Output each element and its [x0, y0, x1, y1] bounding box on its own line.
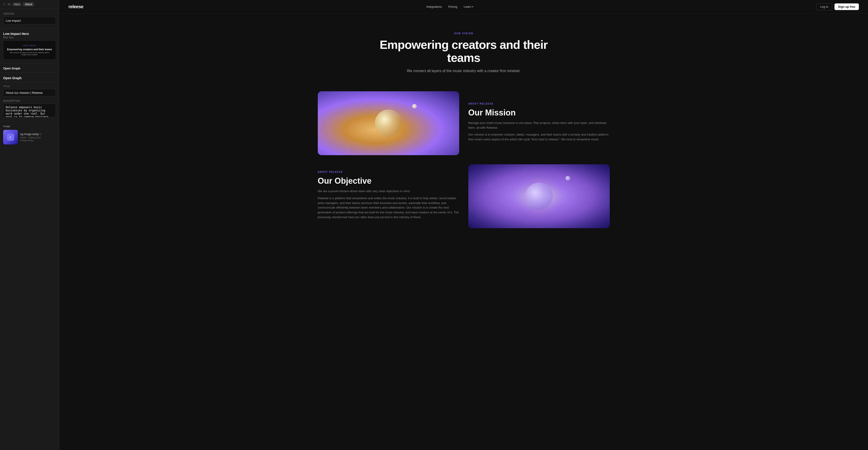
objective-image: [468, 164, 610, 228]
mission-text: ABOUT RELEESE Our Mission Manage your en…: [468, 91, 610, 155]
nav-links: Integrations Pricing Learn ▾: [426, 5, 473, 8]
image-details: 34KB · 4096x2304 · image/webp: [20, 136, 56, 142]
mission-desc2: Our mission is to empower creators, labe…: [468, 132, 610, 142]
top-nav: releese Integrations Pricing Learn ▾ Log…: [59, 0, 868, 14]
image-thumbnail: r: [3, 130, 18, 145]
sphere-small-2: [565, 176, 570, 180]
section-title: Low Impact Hero: [3, 32, 56, 36]
image-row: r og-image.webp ⎘ 34KB · 4096x2304 · ima…: [3, 130, 56, 145]
low-impact-section: Low Impact Hero Rich Text OUR VISION Emp…: [0, 28, 59, 63]
nav-learn[interactable]: Learn ▾: [464, 5, 473, 8]
preview-card: OUR VISION Empowering creators and their…: [3, 41, 56, 60]
signup-button[interactable]: Sign up free: [834, 3, 859, 10]
sphere-1: [375, 110, 402, 137]
hero-title: Empowering creators and their teams: [373, 38, 555, 64]
sphere-small-1: [412, 104, 417, 109]
releese-thumb-logo: r: [7, 133, 14, 141]
breadcrumb: ⠿ 01 Hero About: [0, 0, 59, 9]
hero-subtitle: We connect all layers of the music indus…: [395, 69, 532, 73]
image-meta: og-image.webp ⎘ 34KB · 4096x2304 · image…: [20, 132, 56, 142]
breadcrumb-about[interactable]: About: [23, 2, 34, 6]
image-filename: og-image.webp ⎘: [20, 132, 56, 136]
left-panel: ⠿ 01 Hero About Version Low Impact Hero …: [0, 0, 59, 450]
section-subtitle: Rich Text: [3, 36, 56, 39]
content-grid: ABOUT RELEESE Our Mission Manage your en…: [304, 87, 623, 242]
mission-title: Our Mission: [468, 108, 610, 118]
version-label: Version: [3, 12, 56, 15]
og-header: Open Graph: [0, 63, 59, 72]
login-button[interactable]: Log in: [816, 3, 832, 10]
mission-desc1: Manage your entire music business in one…: [468, 121, 610, 130]
nav-pricing[interactable]: Pricing: [448, 5, 457, 8]
copy-icon[interactable]: ⎘: [40, 132, 41, 136]
image-label: Image: [3, 125, 56, 127]
breadcrumb-number: 01: [8, 3, 11, 6]
nav-integrations[interactable]: Integrations: [426, 5, 442, 8]
preview-title: Empowering creators and their teams: [7, 48, 52, 51]
hero-tag: OUR VISION: [68, 32, 859, 35]
version-section: Version: [0, 9, 59, 28]
nav-logo: releese: [68, 4, 83, 9]
og-section-title: Open Graph: [3, 76, 56, 80]
preview-sub: We connect all layers of the music indus…: [7, 52, 52, 56]
version-input[interactable]: [3, 17, 56, 24]
drag-handle-icon: ⠿: [3, 2, 5, 6]
og-title-input[interactable]: [3, 89, 56, 96]
og-desc-label: Description: [3, 100, 56, 102]
og-form: Title Description Releese empowers music…: [0, 82, 59, 122]
objective-desc2: Releese is a platform that streamlines a…: [318, 196, 459, 220]
mission-tag: ABOUT RELEESE: [468, 102, 610, 105]
og-title-section: Open Graph: [0, 72, 59, 82]
og-desc-textarea[interactable]: Releese empowers music businesses by org…: [3, 103, 56, 117]
breadcrumb-hero[interactable]: Hero: [12, 2, 22, 6]
preview-tag: OUR VISION: [7, 44, 52, 47]
sphere-2: [525, 183, 553, 210]
objective-tag: ABOUT RELEESE: [318, 171, 459, 173]
objective-desc1: We are a proud mission-driven team with …: [318, 189, 459, 194]
learn-chevron-icon: ▾: [472, 5, 473, 8]
hero-section: OUR VISION Empowering creators and their…: [59, 14, 868, 87]
og-image-section: Image r og-image.webp ⎘ 34KB · 4096x2304…: [0, 122, 59, 148]
main-panel: releese Integrations Pricing Learn ▾ Log…: [59, 0, 868, 450]
mission-image: [318, 91, 459, 155]
objective-text: ABOUT RELEESE Our Objective We are a pro…: [318, 164, 459, 228]
nav-actions: Log in Sign up free: [816, 3, 859, 10]
objective-title: Our Objective: [318, 176, 459, 186]
og-title-label: Title: [3, 85, 56, 88]
